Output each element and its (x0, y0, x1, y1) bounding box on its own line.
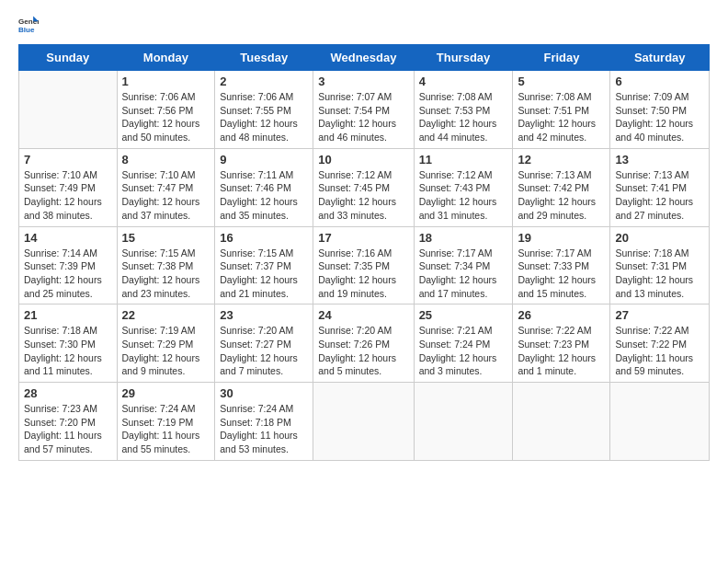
day-info: Sunrise: 7:20 AMSunset: 7:27 PMDaylight:… (220, 324, 308, 378)
week-row-3: 14Sunrise: 7:14 AMSunset: 7:39 PMDayligh… (19, 226, 710, 304)
day-number: 22 (122, 308, 210, 322)
weekday-tuesday: Tuesday (215, 45, 313, 71)
calendar-cell: 19Sunrise: 7:17 AMSunset: 7:33 PMDayligh… (513, 226, 610, 304)
day-info: Sunrise: 7:11 AMSunset: 7:46 PMDaylight:… (220, 168, 308, 223)
day-info: Sunrise: 7:15 AMSunset: 7:38 PMDaylight:… (122, 247, 210, 301)
day-info: Sunrise: 7:18 AMSunset: 7:30 PMDaylight:… (24, 324, 112, 378)
weekday-friday: Friday (513, 45, 610, 71)
day-number: 20 (615, 231, 704, 245)
calendar-cell: 22Sunrise: 7:19 AMSunset: 7:29 PMDayligh… (117, 304, 215, 383)
day-info: Sunrise: 7:06 AMSunset: 7:56 PMDaylight:… (122, 90, 210, 144)
weekday-thursday: Thursday (414, 45, 513, 71)
calendar-cell: 15Sunrise: 7:15 AMSunset: 7:38 PMDayligh… (117, 226, 215, 304)
calendar-cell: 14Sunrise: 7:14 AMSunset: 7:39 PMDayligh… (19, 226, 118, 304)
weekday-saturday: Saturday (610, 45, 710, 71)
calendar-cell: 11Sunrise: 7:12 AMSunset: 7:43 PMDayligh… (414, 148, 513, 226)
day-info: Sunrise: 7:09 AMSunset: 7:50 PMDaylight:… (615, 90, 704, 144)
day-info: Sunrise: 7:22 AMSunset: 7:22 PMDaylight:… (615, 324, 704, 378)
day-number: 10 (318, 153, 408, 167)
day-number: 26 (518, 308, 605, 322)
day-info: Sunrise: 7:07 AMSunset: 7:54 PMDaylight:… (318, 90, 408, 144)
calendar-cell: 30Sunrise: 7:24 AMSunset: 7:18 PMDayligh… (215, 383, 313, 461)
day-number: 15 (122, 231, 210, 245)
day-info: Sunrise: 7:15 AMSunset: 7:37 PMDaylight:… (220, 247, 308, 301)
calendar-cell: 16Sunrise: 7:15 AMSunset: 7:37 PMDayligh… (215, 226, 313, 304)
calendar-cell (610, 383, 710, 461)
day-number: 13 (615, 153, 704, 167)
calendar-cell: 12Sunrise: 7:13 AMSunset: 7:42 PMDayligh… (513, 148, 610, 226)
day-number: 28 (24, 386, 112, 400)
day-info: Sunrise: 7:21 AMSunset: 7:24 PMDaylight:… (419, 324, 508, 378)
day-info: Sunrise: 7:17 AMSunset: 7:33 PMDaylight:… (518, 247, 605, 301)
day-number: 23 (220, 308, 308, 322)
header: General Blue (18, 15, 710, 35)
day-number: 18 (419, 231, 508, 245)
logo-icon: General Blue (18, 15, 39, 35)
calendar-cell: 2Sunrise: 7:06 AMSunset: 7:55 PMDaylight… (215, 71, 313, 149)
page: General Blue SundayMondayTuesdayWednesda… (0, 0, 728, 563)
calendar-cell: 13Sunrise: 7:13 AMSunset: 7:41 PMDayligh… (610, 148, 710, 226)
day-number: 6 (615, 75, 704, 88)
day-number: 9 (220, 153, 308, 167)
calendar-cell (313, 383, 414, 461)
day-number: 30 (220, 386, 308, 400)
calendar-cell: 26Sunrise: 7:22 AMSunset: 7:23 PMDayligh… (513, 304, 610, 383)
day-info: Sunrise: 7:17 AMSunset: 7:34 PMDaylight:… (419, 247, 508, 301)
calendar-cell: 18Sunrise: 7:17 AMSunset: 7:34 PMDayligh… (414, 226, 513, 304)
calendar-cell: 28Sunrise: 7:23 AMSunset: 7:20 PMDayligh… (19, 383, 118, 461)
day-number: 25 (419, 308, 508, 322)
day-info: Sunrise: 7:12 AMSunset: 7:43 PMDaylight:… (419, 168, 508, 223)
weekday-monday: Monday (117, 45, 215, 71)
day-number: 8 (122, 153, 210, 167)
calendar-cell: 4Sunrise: 7:08 AMSunset: 7:53 PMDaylight… (414, 71, 513, 149)
day-info: Sunrise: 7:06 AMSunset: 7:55 PMDaylight:… (220, 90, 308, 144)
day-info: Sunrise: 7:23 AMSunset: 7:20 PMDaylight:… (24, 402, 112, 456)
day-number: 27 (615, 308, 704, 322)
week-row-5: 28Sunrise: 7:23 AMSunset: 7:20 PMDayligh… (19, 383, 710, 461)
week-row-4: 21Sunrise: 7:18 AMSunset: 7:30 PMDayligh… (19, 304, 710, 383)
day-number: 19 (518, 231, 605, 245)
calendar-cell: 27Sunrise: 7:22 AMSunset: 7:22 PMDayligh… (610, 304, 710, 383)
calendar-cell: 3Sunrise: 7:07 AMSunset: 7:54 PMDaylight… (313, 71, 414, 149)
logo: General Blue (18, 15, 44, 35)
svg-text:Blue: Blue (18, 26, 35, 34)
calendar-cell: 6Sunrise: 7:09 AMSunset: 7:50 PMDaylight… (610, 71, 710, 149)
weekday-sunday: Sunday (19, 45, 118, 71)
calendar-cell: 25Sunrise: 7:21 AMSunset: 7:24 PMDayligh… (414, 304, 513, 383)
day-info: Sunrise: 7:08 AMSunset: 7:51 PMDaylight:… (518, 90, 605, 144)
day-number: 5 (518, 75, 605, 88)
week-row-2: 7Sunrise: 7:10 AMSunset: 7:49 PMDaylight… (19, 148, 710, 226)
day-info: Sunrise: 7:20 AMSunset: 7:26 PMDaylight:… (318, 324, 408, 378)
day-info: Sunrise: 7:16 AMSunset: 7:35 PMDaylight:… (318, 247, 408, 301)
calendar-cell: 1Sunrise: 7:06 AMSunset: 7:56 PMDaylight… (117, 71, 215, 149)
day-number: 1 (122, 75, 210, 88)
day-number: 14 (24, 231, 112, 245)
calendar-cell: 7Sunrise: 7:10 AMSunset: 7:49 PMDaylight… (19, 148, 118, 226)
day-number: 4 (419, 75, 508, 88)
calendar-cell: 5Sunrise: 7:08 AMSunset: 7:51 PMDaylight… (513, 71, 610, 149)
day-info: Sunrise: 7:13 AMSunset: 7:42 PMDaylight:… (518, 168, 605, 223)
calendar-cell: 20Sunrise: 7:18 AMSunset: 7:31 PMDayligh… (610, 226, 710, 304)
day-number: 12 (518, 153, 605, 167)
day-info: Sunrise: 7:24 AMSunset: 7:18 PMDaylight:… (220, 402, 308, 456)
day-number: 11 (419, 153, 508, 167)
calendar-cell: 9Sunrise: 7:11 AMSunset: 7:46 PMDaylight… (215, 148, 313, 226)
calendar-cell: 17Sunrise: 7:16 AMSunset: 7:35 PMDayligh… (313, 226, 414, 304)
calendar-cell: 8Sunrise: 7:10 AMSunset: 7:47 PMDaylight… (117, 148, 215, 226)
day-info: Sunrise: 7:08 AMSunset: 7:53 PMDaylight:… (419, 90, 508, 144)
calendar-cell: 29Sunrise: 7:24 AMSunset: 7:19 PMDayligh… (117, 383, 215, 461)
weekday-wednesday: Wednesday (313, 45, 414, 71)
calendar-cell: 23Sunrise: 7:20 AMSunset: 7:27 PMDayligh… (215, 304, 313, 383)
day-info: Sunrise: 7:18 AMSunset: 7:31 PMDaylight:… (615, 247, 704, 301)
day-info: Sunrise: 7:13 AMSunset: 7:41 PMDaylight:… (615, 168, 704, 223)
calendar-cell: 10Sunrise: 7:12 AMSunset: 7:45 PMDayligh… (313, 148, 414, 226)
calendar-table: SundayMondayTuesdayWednesdayThursdayFrid… (18, 44, 710, 461)
day-info: Sunrise: 7:10 AMSunset: 7:47 PMDaylight:… (122, 168, 210, 223)
calendar-cell (19, 71, 118, 149)
day-info: Sunrise: 7:10 AMSunset: 7:49 PMDaylight:… (24, 168, 112, 223)
day-number: 2 (220, 75, 308, 88)
day-number: 7 (24, 153, 112, 167)
day-info: Sunrise: 7:14 AMSunset: 7:39 PMDaylight:… (24, 247, 112, 301)
day-number: 16 (220, 231, 308, 245)
day-info: Sunrise: 7:22 AMSunset: 7:23 PMDaylight:… (518, 324, 605, 378)
